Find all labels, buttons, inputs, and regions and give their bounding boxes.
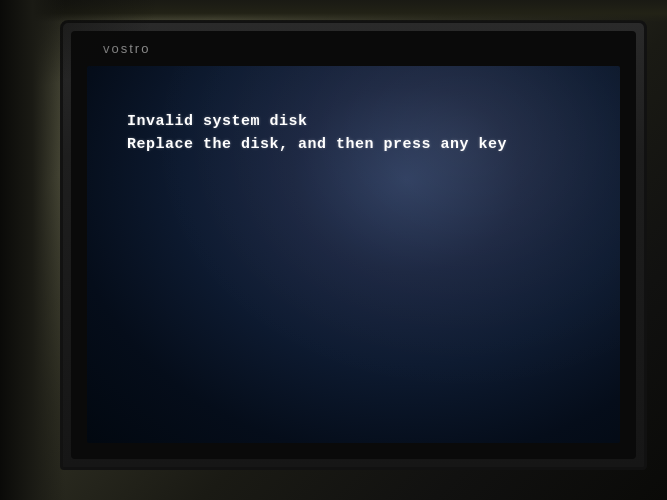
bios-error-area: Invalid system disk Replace the disk, an…: [127, 111, 507, 156]
left-shadow: [0, 0, 65, 500]
screen-bezel: Invalid system disk Replace the disk, an…: [71, 31, 636, 459]
bios-error-line1: Invalid system disk: [127, 111, 507, 134]
photo-frame: vostro Invalid system disk Replace the d…: [0, 0, 667, 500]
bios-error-line2: Replace the disk, and then press any key: [127, 134, 507, 157]
screen-display: Invalid system disk Replace the disk, an…: [87, 66, 620, 443]
